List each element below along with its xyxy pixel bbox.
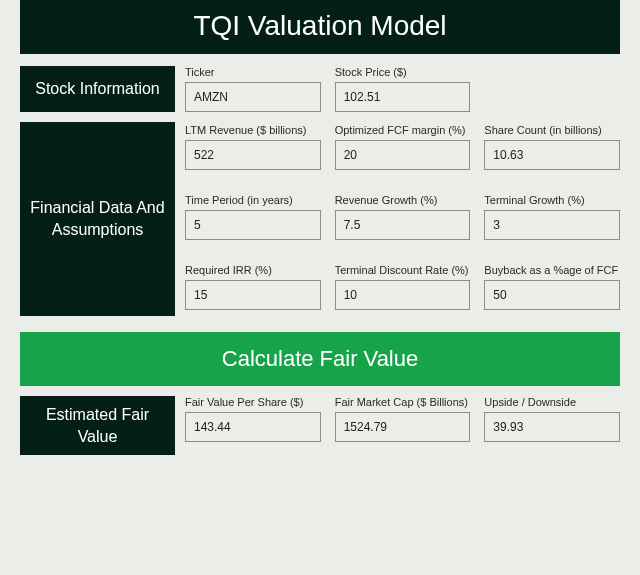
field-fv-mktcap: Fair Market Cap ($ Billions) [335,396,471,442]
label-stock-price: Stock Price ($) [335,66,471,78]
output-fv-share [185,412,321,442]
input-req-irr[interactable] [185,280,321,310]
input-term-disc[interactable] [335,280,471,310]
input-share-count[interactable] [484,140,620,170]
output-upside [484,412,620,442]
input-ticker[interactable] [185,82,321,112]
field-stock-price: Stock Price ($) [335,66,471,112]
input-rev-growth[interactable] [335,210,471,240]
section-estimated: Estimated Fair Value Fair Value Per Shar… [20,396,620,455]
field-fcf-margin: Optimized FCF margin (%) [335,124,471,170]
field-ticker: Ticker [185,66,321,112]
field-time-period: Time Period (in years) [185,194,321,240]
field-req-irr: Required IRR (%) [185,264,321,310]
field-ltm-revenue: LTM Revenue ($ billions) [185,124,321,170]
calculate-button[interactable]: Calculate Fair Value [20,332,620,386]
field-share-count: Share Count (in billions) [484,124,620,170]
input-buyback[interactable] [484,280,620,310]
input-term-growth[interactable] [484,210,620,240]
section-financial: Financial Data And Assumptions LTM Reven… [20,122,620,316]
input-ltm-revenue[interactable] [185,140,321,170]
section-label-estimated: Estimated Fair Value [20,396,175,455]
label-term-disc: Terminal Discount Rate (%) [335,264,471,276]
page-title: TQI Valuation Model [20,0,620,54]
output-fv-mktcap [335,412,471,442]
label-req-irr: Required IRR (%) [185,264,321,276]
field-term-disc: Terminal Discount Rate (%) [335,264,471,310]
label-ltm-revenue: LTM Revenue ($ billions) [185,124,321,136]
label-fv-mktcap: Fair Market Cap ($ Billions) [335,396,471,408]
label-term-growth: Terminal Growth (%) [484,194,620,206]
section-label-stock: Stock Information [20,66,175,112]
label-share-count: Share Count (in billions) [484,124,620,136]
label-buyback: Buyback as a %age of FCF [484,264,620,276]
input-time-period[interactable] [185,210,321,240]
field-upside: Upside / Downside [484,396,620,442]
label-rev-growth: Revenue Growth (%) [335,194,471,206]
section-label-financial: Financial Data And Assumptions [20,122,175,316]
label-upside: Upside / Downside [484,396,620,408]
field-fv-share: Fair Value Per Share ($) [185,396,321,442]
label-fcf-margin: Optimized FCF margin (%) [335,124,471,136]
input-stock-price[interactable] [335,82,471,112]
field-term-growth: Terminal Growth (%) [484,194,620,240]
fields-estimated: Fair Value Per Share ($) Fair Market Cap… [185,396,620,455]
input-fcf-margin[interactable] [335,140,471,170]
label-time-period: Time Period (in years) [185,194,321,206]
section-stock-info: Stock Information Ticker Stock Price ($) [20,66,620,112]
fields-stock: Ticker Stock Price ($) [185,66,620,112]
label-ticker: Ticker [185,66,321,78]
fields-financial: LTM Revenue ($ billions) Optimized FCF m… [185,122,620,316]
field-rev-growth: Revenue Growth (%) [335,194,471,240]
label-fv-share: Fair Value Per Share ($) [185,396,321,408]
field-buyback: Buyback as a %age of FCF [484,264,620,310]
